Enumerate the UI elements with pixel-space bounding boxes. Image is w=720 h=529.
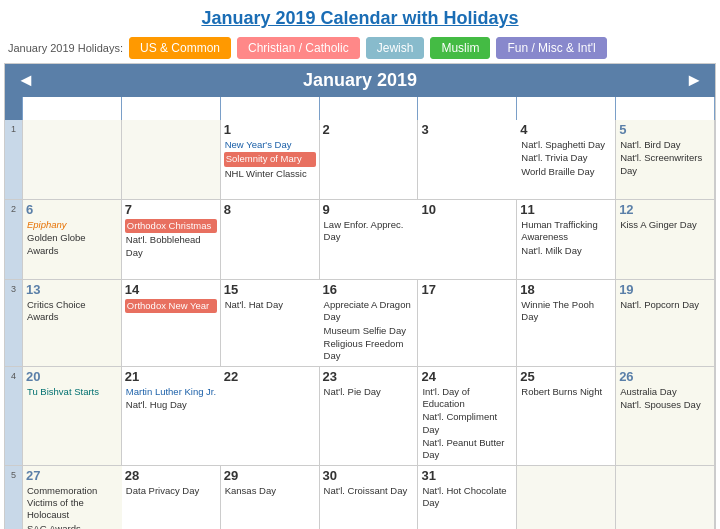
- date-17: 17: [421, 282, 513, 297]
- date-4: 4: [520, 122, 612, 137]
- day-header-tue: Tue: [221, 97, 320, 120]
- event-hat-day: Nat'l. Hat Day: [224, 299, 317, 311]
- cell-jan18: 18 Winnie The Pooh Day: [517, 280, 616, 367]
- date-25: 25: [520, 369, 612, 384]
- prev-month-button[interactable]: ◄: [17, 70, 35, 91]
- event-bird-day: Nat'l. Bird Day: [619, 139, 711, 151]
- event-dragon-day: Appreciate A Dragon Day: [323, 299, 415, 324]
- date-16: 16: [323, 282, 415, 297]
- event-australia-day: Australia Day: [619, 386, 711, 398]
- event-compliment-day: Nat'l. Compliment Day: [421, 411, 513, 436]
- event-hug-day: Nat'l. Hug Day: [125, 399, 218, 411]
- cell-jan28: 28 Data Privacy Day: [122, 466, 221, 529]
- event-education-day: Int'l. Day of Education: [421, 386, 513, 411]
- date-20: 20: [26, 369, 118, 384]
- calendar-full-grid: Sun Mon Tue Wed Thu Fri Sat 1 1 New Year…: [5, 97, 715, 529]
- cell-jan21: 21 Martin Luther King Jr. Nat'l. Hug Day: [122, 367, 221, 466]
- event-bobblehead: Nat'l. Bobblehead Day: [125, 234, 217, 259]
- date-11: 11: [520, 202, 612, 217]
- cell-jan5: 5 Nat'l. Bird Day Nat'l. Screenwriters D…: [616, 120, 715, 200]
- event-new-years-day: New Year's Day: [224, 139, 316, 151]
- date-5: 5: [619, 122, 711, 137]
- event-epiphany: Epiphany: [26, 219, 118, 231]
- event-data-privacy: Data Privacy Day: [125, 485, 217, 497]
- date-19: 19: [619, 282, 711, 297]
- date-15: 15: [224, 282, 317, 297]
- day-header-sun: Sun: [23, 97, 122, 120]
- filter-bar: January 2019 Holidays: US & Common Chris…: [0, 33, 720, 63]
- cell-jan13: 13 Critics Choice Awards: [23, 280, 122, 367]
- cell-jan27: 27 Commemoration Victims of the Holocaus…: [23, 466, 122, 529]
- date-12: 12: [619, 202, 711, 217]
- event-religious-freedom: Religious Freedom Day: [323, 338, 415, 363]
- day-header-thu: Thu: [418, 97, 517, 120]
- cell-jan20: 20 Tu Bishvat Starts: [23, 367, 122, 466]
- event-human-trafficking: Human Trafficking Awareness: [520, 219, 612, 244]
- event-croissant-day: Nat'l. Croissant Day: [323, 485, 415, 497]
- event-kansas-day: Kansas Day: [224, 485, 316, 497]
- cell-empty-sat5: [616, 466, 715, 529]
- cell-jan31: 31 Nat'l. Hot Chocolate Day: [418, 466, 517, 529]
- cell-jan22: 22: [221, 367, 320, 466]
- cell-jan23: 23 Nat'l. Pie Day: [320, 367, 419, 466]
- cell-jan8: 8: [221, 200, 320, 280]
- filter-us[interactable]: US & Common: [129, 37, 231, 59]
- filter-label: January 2019 Holidays:: [8, 42, 123, 54]
- event-holocaust: Commemoration Victims of the Holocaust: [26, 485, 119, 522]
- event-spouses-day: Nat'l. Spouses Day: [619, 399, 711, 411]
- filter-jewish[interactable]: Jewish: [366, 37, 425, 59]
- filter-muslim[interactable]: Muslim: [430, 37, 490, 59]
- calendar-wrapper: ◄ January 2019 ► Sun Mon Tue Wed Thu Fri…: [4, 63, 716, 529]
- cell-jan12: 12 Kiss A Ginger Day: [616, 200, 715, 280]
- date-9: 9: [323, 202, 416, 217]
- date-3: 3: [421, 122, 514, 137]
- cell-empty-fri5: WinCalendar: [517, 466, 616, 529]
- row-num-3: 3: [5, 280, 23, 367]
- date-31: 31: [421, 468, 513, 483]
- date-8: 8: [224, 202, 316, 217]
- cell-jan25: 25 Robert Burns Night: [517, 367, 616, 466]
- row-num-1: 1: [5, 120, 23, 200]
- event-pie-day: Nat'l. Pie Day: [323, 386, 415, 398]
- date-10: 10: [421, 202, 513, 217]
- row-num-4: 4: [5, 367, 23, 466]
- event-peanut-butter-day: Nat'l. Peanut Butter Day: [421, 437, 513, 462]
- event-popcorn-day: Nat'l. Popcorn Day: [619, 299, 711, 311]
- cell-jan6: 6 Epiphany Golden Globe Awards: [23, 200, 122, 280]
- event-law-enforce: Law Enfor. Apprec. Day: [323, 219, 416, 244]
- row-num-header: [5, 97, 23, 120]
- cell-jan15: 15 Nat'l. Hat Day: [221, 280, 320, 367]
- next-month-button[interactable]: ►: [685, 70, 703, 91]
- event-milk-day: Nat'l. Milk Day: [520, 245, 612, 257]
- filter-fun[interactable]: Fun / Misc & Int'l: [496, 37, 606, 59]
- cell-jan26: 26 Australia Day Nat'l. Spouses Day: [616, 367, 715, 466]
- event-trivia: Nat'l. Trivia Day: [520, 152, 612, 164]
- date-29: 29: [224, 468, 316, 483]
- date-1: 1: [224, 122, 316, 137]
- month-title: January 2019: [303, 70, 417, 91]
- date-7: 7: [125, 202, 217, 217]
- event-spaghetti: Nat'l. Spaghetti Day: [520, 139, 612, 151]
- date-14: 14: [125, 282, 217, 297]
- date-28: 28: [125, 468, 217, 483]
- event-nhl-winter: NHL Winter Classic: [224, 168, 316, 180]
- cell-jan30: 30 Nat'l. Croissant Day: [320, 466, 419, 529]
- date-22: 22: [224, 369, 316, 384]
- row-num-2: 2: [5, 200, 23, 280]
- event-kiss-ginger: Kiss A Ginger Day: [619, 219, 711, 231]
- cell-jan17: 17: [418, 280, 517, 367]
- event-critics-choice: Critics Choice Awards: [26, 299, 118, 324]
- event-orthodox-xmas: Orthodox Christmas: [125, 219, 217, 233]
- date-26: 26: [619, 369, 711, 384]
- date-13: 13: [26, 282, 118, 297]
- day-header-wed: Wed: [320, 97, 419, 120]
- cell-jan2: 2: [320, 120, 419, 200]
- date-6: 6: [26, 202, 118, 217]
- day-header-mon: Mon: [122, 97, 221, 120]
- filter-christian[interactable]: Christian / Catholic: [237, 37, 360, 59]
- cell-jan19: 19 Nat'l. Popcorn Day: [616, 280, 715, 367]
- date-21: 21: [125, 369, 218, 384]
- cell-jan24: 24 Int'l. Day of Education Nat'l. Compli…: [418, 367, 517, 466]
- cell-jan11: 11 Human Trafficking Awareness Nat'l. Mi…: [517, 200, 616, 280]
- date-23: 23: [323, 369, 415, 384]
